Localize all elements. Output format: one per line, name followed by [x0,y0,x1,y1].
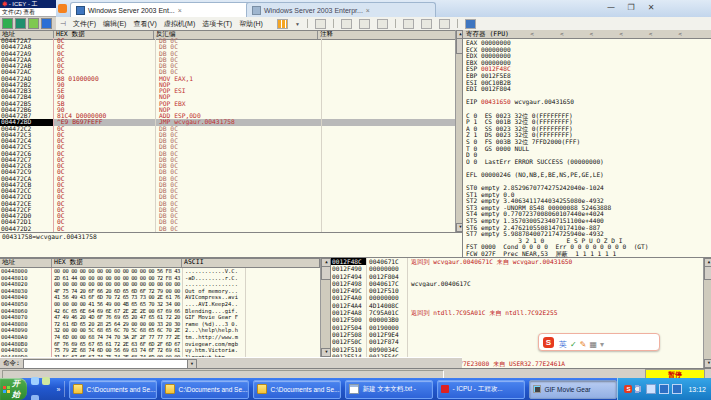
media-player-icon[interactable] [31,395,39,400]
register-line[interactable]: P 1 CS 001B 32位 0(FFFFFFFF) [466,119,711,126]
register-line[interactable]: EFL 00000246 (NO,NB,E,BE,NS,PE,GE,LE) [466,172,711,179]
register-line[interactable]: D 0 [466,152,711,159]
toolbar-run-icon[interactable] [15,18,26,29]
stack-pane[interactable]: 0012F48C0040671C返回到 wcvgaur.0040671C 来自 … [330,258,711,368]
dump-row[interactable]: 0044808072 61 6D 65 20 28 25 64 29 00 00… [0,321,320,328]
dump-row[interactable]: 004480102D 61 44 00 00 00 00 00 00 00 00… [0,275,320,282]
register-line[interactable]: ESP 0012F48C [466,66,711,73]
console-view-icon[interactable] [465,19,476,29]
register-line[interactable]: EIP 00431650 wcvgaur.00431650 [466,99,711,106]
menu-item[interactable]: 文件(F) [73,20,96,27]
register-line[interactable]: ST3 empty -UNORM 8548 00000088 52463888 [466,205,711,212]
chevron-down-icon[interactable]: ▼ [295,21,300,27]
expand-icon[interactable]: ▾ [600,340,604,349]
disasm-pane[interactable]: 004472A70CDB 0C004472A80CDB 0C004472A90C… [0,38,455,232]
tab-close-icon[interactable]: × [366,7,370,14]
keyboard-icon[interactable]: ▦ [589,340,597,349]
manage-snapshots-icon[interactable] [377,19,388,29]
send-ctrl-alt-del-icon[interactable] [315,19,326,29]
taskbar-button[interactable]: C:\Documents and Se... [253,380,341,399]
register-line[interactable] [466,93,711,100]
command-input[interactable]: ▼ [23,359,197,369]
stack-row[interactable]: 0012F49000000000 [331,265,711,272]
register-line[interactable]: T 0 GS 0000 NULL [466,146,711,153]
dump-row[interactable]: 0044802000 00 00 00 00 00 00 00 00 00 00… [0,281,320,288]
column-header-ascii[interactable]: ASCII [182,259,319,267]
language-mode-icon[interactable]: 英 [559,340,567,349]
register-line[interactable] [466,165,711,172]
sogou-input-bar[interactable]: S 英✓✎▦▾ [538,333,660,351]
taskbar-clock[interactable]: 13:12 [685,386,706,393]
menu-item[interactable]: 帮助(H) [239,20,263,27]
scroll-down-icon[interactable]: ▼ [704,359,711,368]
check-icon[interactable]: ✓ [570,340,577,349]
network-icon[interactable] [646,384,656,394]
register-line[interactable]: ST2 empty 3.4063411744034255080e-4932 [466,198,711,205]
quick-launch-more-icon[interactable]: » [57,386,61,393]
fullscreen-icon[interactable] [439,19,450,29]
dump-row[interactable]: 004480A074 6D 00 00 68 74 74 70 3A 2F 2F… [0,334,320,341]
toolbar-step-icon[interactable] [28,18,39,29]
show-desktop-icon[interactable] [42,377,50,385]
sogou-logo-icon[interactable]: S [543,337,554,348]
display-settings-icon[interactable] [659,384,669,394]
register-line[interactable]: EDI 0012F804 [466,86,711,93]
dump-row[interactable]: 004480B06F 76 69 65 67 65 61 72 2E 63 6F… [0,341,320,348]
revert-snapshot-icon[interactable] [359,19,370,29]
background-window-menubar[interactable]: 文件(Z) 查看 [0,8,56,17]
pause-vm-icon[interactable] [277,19,288,29]
vmware-tools-icon[interactable] [672,384,682,394]
dump-row[interactable]: 0044805000 00 00 00 41 56 49 00 4B 65 65… [0,301,320,308]
register-line[interactable]: ST4 empty 0.7707237008060107440e+4024 [466,211,711,218]
dump-row[interactable]: 0044806042 6C 65 6E 64 69 6E 67 2E 2E 2E… [0,308,320,315]
taskbar-button[interactable]: - ICPU - 工程攻... [437,380,525,399]
stack-row[interactable]: 0012F49C0012F510 [331,287,711,294]
register-line[interactable] [466,178,711,185]
register-line[interactable]: 3 2 1 0 E S P U O Z D I [466,238,711,245]
restore-icon[interactable]: ❐ [626,3,636,12]
column-header-hex[interactable]: HEX 数据 [52,259,182,267]
taskbar-button[interactable]: C:\Documents and Se... [161,380,249,399]
dump-row[interactable]: 0044800000 00 00 00 00 00 00 00 00 00 00… [0,268,320,275]
dump-row[interactable]: 0044804041 56 49 43 6F 6D 70 72 65 73 73… [0,294,320,301]
register-line[interactable]: ST5 empty 1.3570300523407151100e+4400 [466,218,711,225]
register-line[interactable]: FST 0000 Cond 0 0 0 0 Err 0 0 0 0 0 0 0 … [466,244,711,251]
volume-icon[interactable] [635,385,643,393]
register-line[interactable]: Z 1 DS 0023 32位 0(FFFFFFFF) [466,132,711,139]
register-line[interactable]: EDX 00000000 [466,53,711,60]
toolbar-open-icon[interactable] [2,18,13,29]
show-sidebar-icon[interactable] [403,19,414,29]
stack-row[interactable]: 0012F4A44D14008C [331,302,711,309]
register-line[interactable] [466,106,711,113]
toolbar-view-icon[interactable] [41,18,52,29]
register-line[interactable]: ESI 00C10B2B [466,80,711,87]
stack-row[interactable]: 0012F4940012F804 [331,273,711,280]
pen-icon[interactable]: ✎ [580,340,587,349]
scroll-thumb[interactable] [704,266,711,280]
menu-item[interactable]: 编辑(E) [103,20,126,27]
vm-tab-1[interactable]: Windows Server 2003 Ent... × [70,2,252,18]
stack-row[interactable]: 0012F4A87C95A01C返回到 ntdll.7C95A01C 来自 nt… [331,309,711,316]
disasm-row[interactable]: 004472D20CDB 0C [0,226,455,232]
thumbnail-bar-icon[interactable] [421,19,432,29]
register-line[interactable]: EBX 00000000 [466,60,711,67]
vm-tab-2[interactable]: Windows Server 2003 Enterpr... × [246,2,436,18]
close-icon[interactable]: ✕ [646,3,656,12]
register-line[interactable]: A 0 SS 0023 32位 0(FFFFFFFF) [466,126,711,133]
stack-row[interactable]: 0012F48C0040671C返回到 wcvgaur.0040671C 来自 … [331,258,711,265]
register-line[interactable]: ST1 empty 0.0 [466,192,711,199]
registers-pane[interactable]: 寄存器 (FPU) <<<<<< EAX 00000000ECX 0000000… [462,30,711,257]
register-line[interactable]: ST0 empty 2.8529670774275242040e-1024 [466,185,711,192]
snapshot-icon[interactable] [341,19,352,29]
dump-row[interactable]: 004480C075 79 2E 68 74 6D 00 56 69 63 74… [0,347,320,354]
chevron-down-icon[interactable]: ▼ [187,360,196,368]
stack-row[interactable]: 0012F500000003B0 [331,316,711,323]
dump-row[interactable]: 0044807047 49 46 20 4D 6F 76 69 65 20 47… [0,314,320,321]
dump-row[interactable]: 004480304F 75 74 20 6F 66 20 6D 65 6D 6F… [0,288,320,295]
stack-row[interactable]: 0012F4A000000000 [331,294,711,301]
tab-close-icon[interactable]: × [178,7,182,14]
taskbar-button[interactable]: GIF Movie Gear [529,380,617,399]
register-line[interactable]: ECX 00000000 [466,47,711,54]
register-line[interactable]: S 0 FS 003B 32位 7FFD2000(FFF) [466,139,711,146]
internet-explorer-icon[interactable] [31,377,39,385]
